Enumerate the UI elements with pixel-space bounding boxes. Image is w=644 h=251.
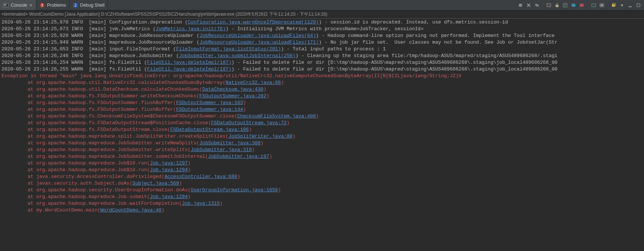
svg-rect-1 bbox=[4, 4, 6, 5]
source-link[interactable]: Job.java:1294 bbox=[150, 167, 188, 173]
source-link[interactable]: JobSubmitter.java:197 bbox=[208, 154, 269, 159]
stack-frame: at java.security.AccessController.doPriv… bbox=[1, 173, 643, 180]
svg-rect-5 bbox=[42, 6, 43, 7]
log-line: 2020-05-26 23:14:26,255 WARN [main] fs.F… bbox=[1, 66, 643, 73]
source-link[interactable]: FSDataOutputStream.java:72 bbox=[211, 120, 287, 126]
log-line: 2020-05-26 23:14:26,254 WARN [main] fs.F… bbox=[1, 59, 643, 66]
source-link[interactable]: FileUtil.java:deleteImpl(187) bbox=[147, 66, 231, 72]
terminate-icon[interactable] bbox=[517, 2, 524, 9]
stack-frame: at org.apache.hadoop.util.DataChecksum.c… bbox=[1, 86, 643, 93]
maximize-icon[interactable] bbox=[635, 2, 642, 9]
source-link[interactable]: FSOutputSummer.java:163 bbox=[176, 100, 243, 106]
svg-rect-8 bbox=[519, 4, 522, 7]
source-link[interactable]: JobResourceUploader.java:uploadFiles(64) bbox=[200, 33, 316, 38]
clear-console-icon[interactable] bbox=[545, 2, 552, 9]
exception-header: Exception in thread "main" java.lang.Uns… bbox=[1, 73, 643, 79]
console-toolbar: ▾ bbox=[517, 2, 644, 9]
problems-icon bbox=[39, 2, 45, 8]
source-link[interactable]: JobSubmitter.java:submitJobInternal(250) bbox=[179, 53, 296, 59]
svg-rect-18 bbox=[563, 3, 567, 7]
source-link[interactable]: JobResourceUploader.java:uploadFiles(171… bbox=[200, 40, 319, 45]
svg-line-16 bbox=[547, 4, 551, 7]
view-tabs: Console ✕ Problems J Debug Shell bbox=[0, 0, 108, 10]
svg-rect-27 bbox=[637, 4, 640, 7]
stack-frame: at org.apache.hadoop.util.NativeCrc32.ca… bbox=[1, 79, 643, 86]
stack-frame: at org.apache.hadoop.fs.ChecksumFileSyst… bbox=[1, 113, 643, 120]
stack-frame: at org.apache.hadoop.mapreduce.JobSubmit… bbox=[1, 153, 643, 160]
source-link[interactable]: JobSplitWriter.java:80 bbox=[228, 134, 293, 139]
word-wrap-icon[interactable] bbox=[562, 2, 569, 9]
svg-rect-19 bbox=[572, 4, 575, 7]
svg-rect-20 bbox=[580, 4, 584, 7]
tab-console-close[interactable]: ✕ bbox=[29, 3, 33, 7]
source-link[interactable]: Subject.java:569 bbox=[132, 181, 179, 186]
log-line: 2020-05-26 23:14:26,246 INFO [main] mapr… bbox=[1, 53, 643, 59]
stack-frame: at org.apache.hadoop.mapreduce.Job$10.ru… bbox=[1, 160, 643, 167]
scroll-lock-icon[interactable] bbox=[554, 2, 560, 9]
stack-frame: at org.apache.hadoop.mapreduce.split.Job… bbox=[1, 133, 643, 140]
stack-frame: at org.apache.hadoop.security.UserGroupI… bbox=[1, 187, 643, 194]
remove-all-icon[interactable] bbox=[534, 2, 540, 9]
source-link[interactable]: JobSubmitter.java:308 bbox=[199, 140, 260, 146]
svg-rect-4 bbox=[42, 4, 43, 6]
source-link[interactable]: JobSubmitter.java:319 bbox=[191, 147, 252, 153]
tab-problems[interactable]: Problems bbox=[36, 0, 69, 10]
svg-rect-17 bbox=[556, 5, 559, 7]
stack-frame: at org.apache.hadoop.fs.FSOutputSummer.f… bbox=[1, 100, 643, 106]
debug-shell-icon: J bbox=[72, 2, 78, 8]
tab-debug-shell[interactable]: J Debug Shell bbox=[69, 0, 108, 10]
open-console-icon[interactable] bbox=[610, 2, 617, 9]
log-line: 2020-05-26 23:14:25,949 WARN [main] mapr… bbox=[1, 39, 643, 46]
source-link[interactable]: DataChecksum.java:430 bbox=[202, 87, 263, 92]
log-line: 2020-05-26 23:14:26,053 INFO [main] inpu… bbox=[1, 46, 643, 53]
view-tabbar: Console ✕ Problems J Debug Shell bbox=[0, 0, 644, 10]
source-link[interactable]: FileUtil.java:deleteImpl(187) bbox=[147, 60, 231, 65]
show-on-err-icon[interactable] bbox=[578, 2, 585, 9]
source-link[interactable]: AccessController.java:686 bbox=[165, 174, 237, 179]
view-menu-icon[interactable]: ▾ bbox=[619, 2, 625, 9]
source-link[interactable]: FSOutputSummer.java:202 bbox=[199, 93, 266, 99]
console-output[interactable]: 2020-05-26 23:14:25,070 INFO [main] Conf… bbox=[0, 19, 644, 214]
source-link[interactable]: NativeCrc32.java:86 bbox=[226, 80, 281, 85]
source-link[interactable]: FileInputFormat.java:listStatus(281) bbox=[176, 46, 281, 52]
tab-problems-label: Problems bbox=[47, 3, 66, 8]
tab-debug-shell-label: Debug Shell bbox=[80, 3, 104, 8]
svg-rect-24 bbox=[612, 4, 615, 7]
pin-console-icon[interactable] bbox=[590, 2, 597, 9]
stack-frame: at org.apache.hadoop.fs.FSOutputSummer.f… bbox=[1, 106, 643, 113]
stack-frame: at org.apache.hadoop.mapreduce.Job$10.ru… bbox=[1, 167, 643, 173]
source-link[interactable]: JvmMetrics.java:init(76) bbox=[156, 26, 225, 32]
svg-text:J: J bbox=[74, 3, 76, 7]
tab-console[interactable]: Console ✕ bbox=[0, 0, 36, 10]
stack-frame: at org.apache.hadoop.mapreduce.Job.submi… bbox=[1, 194, 643, 200]
stack-frame: at org.apache.hadoop.mapreduce.JobSubmit… bbox=[1, 147, 643, 153]
source-link[interactable]: Job.java:1315 bbox=[182, 201, 219, 206]
source-link[interactable]: FSDataOutputStream.java:106 bbox=[170, 127, 249, 132]
log-line: 2020-05-26 23:14:25,073 INFO [main] jvm.… bbox=[1, 26, 643, 32]
source-link[interactable]: Job.java:1297 bbox=[150, 160, 188, 166]
stack-frame: at org.apache.hadoop.mapreduce.JobSubmit… bbox=[1, 140, 643, 147]
svg-rect-21 bbox=[592, 4, 595, 7]
launch-status-line: <terminated> WordCountDemo [Java Applica… bbox=[0, 10, 644, 19]
stack-frame: at org.apache.hadoop.fs.FSDataOutputStre… bbox=[1, 126, 643, 133]
stack-frame: at org.apache.hadoop.mapreduce.Job.waitF… bbox=[1, 200, 643, 207]
source-link[interactable]: WordCountDemo.java:40 bbox=[100, 207, 162, 213]
console-icon bbox=[3, 2, 9, 8]
source-link[interactable]: FSOutputSummer.java:144 bbox=[176, 107, 243, 112]
svg-rect-26 bbox=[629, 6, 632, 7]
show-on-out-icon[interactable] bbox=[570, 2, 577, 9]
stack-frame: at javax.security.auth.Subject.doAs(Subj… bbox=[1, 180, 643, 187]
svg-rect-2 bbox=[4, 5, 6, 6]
log-line: 2020-05-26 23:14:25,920 WARN [main] mapr… bbox=[1, 32, 643, 39]
source-link[interactable]: Configuration.java:warnOnceIfDeprecated(… bbox=[188, 19, 319, 25]
stack-frame: at org.apache.hadoop.fs.FSDataOutputStre… bbox=[1, 120, 643, 126]
remove-launch-icon[interactable] bbox=[525, 2, 532, 9]
stack-frame: at my.WordCountDemo.main(WordCountDemo.j… bbox=[1, 207, 643, 214]
minimize-icon[interactable] bbox=[627, 2, 634, 9]
source-link[interactable]: ChecksumFileSystem.java:400 bbox=[237, 113, 316, 119]
source-link[interactable]: UserGroupInformation.java:1656 bbox=[191, 187, 278, 193]
source-link[interactable]: Job.java:1294 bbox=[150, 194, 188, 200]
svg-rect-23 bbox=[601, 4, 603, 6]
tab-console-label: Console bbox=[11, 3, 27, 8]
display-selected-icon[interactable] bbox=[598, 2, 605, 9]
